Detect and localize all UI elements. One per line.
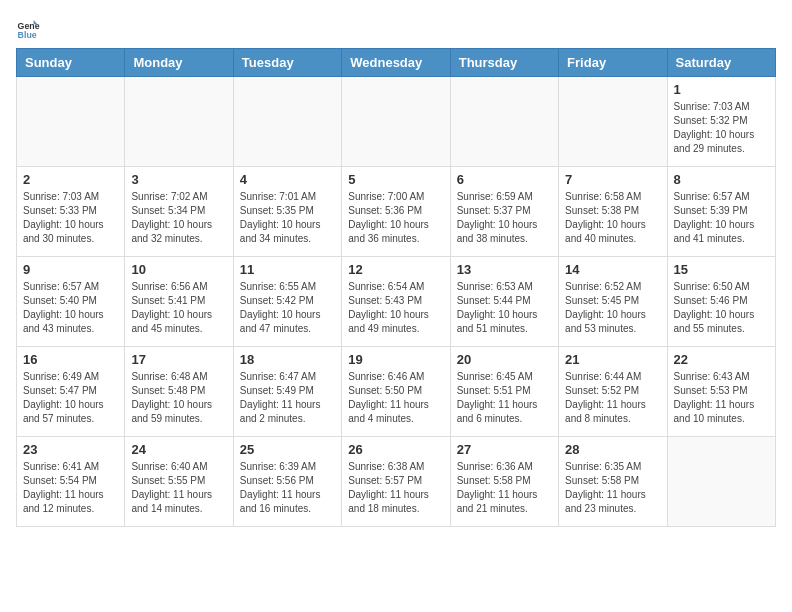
calendar-day-cell: 26Sunrise: 6:38 AM Sunset: 5:57 PM Dayli… bbox=[342, 437, 450, 527]
calendar-week-row: 23Sunrise: 6:41 AM Sunset: 5:54 PM Dayli… bbox=[17, 437, 776, 527]
day-number: 14 bbox=[565, 262, 660, 277]
weekday-header-sunday: Sunday bbox=[17, 49, 125, 77]
calendar-day-cell: 5Sunrise: 7:00 AM Sunset: 5:36 PM Daylig… bbox=[342, 167, 450, 257]
calendar-day-cell: 10Sunrise: 6:56 AM Sunset: 5:41 PM Dayli… bbox=[125, 257, 233, 347]
weekday-header-wednesday: Wednesday bbox=[342, 49, 450, 77]
day-number: 12 bbox=[348, 262, 443, 277]
day-number: 27 bbox=[457, 442, 552, 457]
svg-text:Blue: Blue bbox=[18, 30, 37, 40]
day-number: 18 bbox=[240, 352, 335, 367]
day-info: Sunrise: 6:43 AM Sunset: 5:53 PM Dayligh… bbox=[674, 370, 769, 426]
day-number: 1 bbox=[674, 82, 769, 97]
day-number: 3 bbox=[131, 172, 226, 187]
day-number: 28 bbox=[565, 442, 660, 457]
day-info: Sunrise: 6:44 AM Sunset: 5:52 PM Dayligh… bbox=[565, 370, 660, 426]
calendar-day-cell: 15Sunrise: 6:50 AM Sunset: 5:46 PM Dayli… bbox=[667, 257, 775, 347]
day-number: 15 bbox=[674, 262, 769, 277]
weekday-header-tuesday: Tuesday bbox=[233, 49, 341, 77]
day-info: Sunrise: 7:03 AM Sunset: 5:32 PM Dayligh… bbox=[674, 100, 769, 156]
calendar-week-row: 1Sunrise: 7:03 AM Sunset: 5:32 PM Daylig… bbox=[17, 77, 776, 167]
day-info: Sunrise: 6:57 AM Sunset: 5:39 PM Dayligh… bbox=[674, 190, 769, 246]
calendar-day-cell: 8Sunrise: 6:57 AM Sunset: 5:39 PM Daylig… bbox=[667, 167, 775, 257]
weekday-header-saturday: Saturday bbox=[667, 49, 775, 77]
calendar-day-cell: 12Sunrise: 6:54 AM Sunset: 5:43 PM Dayli… bbox=[342, 257, 450, 347]
day-number: 16 bbox=[23, 352, 118, 367]
calendar-day-cell: 20Sunrise: 6:45 AM Sunset: 5:51 PM Dayli… bbox=[450, 347, 558, 437]
day-info: Sunrise: 6:45 AM Sunset: 5:51 PM Dayligh… bbox=[457, 370, 552, 426]
calendar-day-cell: 2Sunrise: 7:03 AM Sunset: 5:33 PM Daylig… bbox=[17, 167, 125, 257]
calendar-day-cell: 14Sunrise: 6:52 AM Sunset: 5:45 PM Dayli… bbox=[559, 257, 667, 347]
day-number: 4 bbox=[240, 172, 335, 187]
day-info: Sunrise: 7:01 AM Sunset: 5:35 PM Dayligh… bbox=[240, 190, 335, 246]
day-info: Sunrise: 6:41 AM Sunset: 5:54 PM Dayligh… bbox=[23, 460, 118, 516]
day-info: Sunrise: 6:55 AM Sunset: 5:42 PM Dayligh… bbox=[240, 280, 335, 336]
calendar-day-cell: 18Sunrise: 6:47 AM Sunset: 5:49 PM Dayli… bbox=[233, 347, 341, 437]
calendar-day-cell bbox=[450, 77, 558, 167]
day-info: Sunrise: 6:47 AM Sunset: 5:49 PM Dayligh… bbox=[240, 370, 335, 426]
day-info: Sunrise: 6:35 AM Sunset: 5:58 PM Dayligh… bbox=[565, 460, 660, 516]
day-number: 25 bbox=[240, 442, 335, 457]
day-number: 10 bbox=[131, 262, 226, 277]
day-number: 6 bbox=[457, 172, 552, 187]
calendar-day-cell: 21Sunrise: 6:44 AM Sunset: 5:52 PM Dayli… bbox=[559, 347, 667, 437]
day-number: 26 bbox=[348, 442, 443, 457]
day-number: 5 bbox=[348, 172, 443, 187]
calendar-day-cell: 25Sunrise: 6:39 AM Sunset: 5:56 PM Dayli… bbox=[233, 437, 341, 527]
day-info: Sunrise: 6:58 AM Sunset: 5:38 PM Dayligh… bbox=[565, 190, 660, 246]
calendar-day-cell: 4Sunrise: 7:01 AM Sunset: 5:35 PM Daylig… bbox=[233, 167, 341, 257]
day-number: 21 bbox=[565, 352, 660, 367]
calendar-day-cell: 6Sunrise: 6:59 AM Sunset: 5:37 PM Daylig… bbox=[450, 167, 558, 257]
calendar-week-row: 2Sunrise: 7:03 AM Sunset: 5:33 PM Daylig… bbox=[17, 167, 776, 257]
day-info: Sunrise: 7:03 AM Sunset: 5:33 PM Dayligh… bbox=[23, 190, 118, 246]
calendar-day-cell: 16Sunrise: 6:49 AM Sunset: 5:47 PM Dayli… bbox=[17, 347, 125, 437]
day-info: Sunrise: 6:36 AM Sunset: 5:58 PM Dayligh… bbox=[457, 460, 552, 516]
calendar-day-cell bbox=[667, 437, 775, 527]
day-info: Sunrise: 6:52 AM Sunset: 5:45 PM Dayligh… bbox=[565, 280, 660, 336]
calendar-day-cell: 3Sunrise: 7:02 AM Sunset: 5:34 PM Daylig… bbox=[125, 167, 233, 257]
day-info: Sunrise: 6:46 AM Sunset: 5:50 PM Dayligh… bbox=[348, 370, 443, 426]
day-number: 11 bbox=[240, 262, 335, 277]
weekday-header-friday: Friday bbox=[559, 49, 667, 77]
logo: General Blue bbox=[16, 16, 44, 40]
weekday-header-row: SundayMondayTuesdayWednesdayThursdayFrid… bbox=[17, 49, 776, 77]
day-info: Sunrise: 7:00 AM Sunset: 5:36 PM Dayligh… bbox=[348, 190, 443, 246]
calendar-day-cell bbox=[17, 77, 125, 167]
day-info: Sunrise: 6:39 AM Sunset: 5:56 PM Dayligh… bbox=[240, 460, 335, 516]
page-header: General Blue bbox=[16, 16, 776, 40]
day-info: Sunrise: 6:49 AM Sunset: 5:47 PM Dayligh… bbox=[23, 370, 118, 426]
day-number: 8 bbox=[674, 172, 769, 187]
day-number: 2 bbox=[23, 172, 118, 187]
calendar-day-cell: 28Sunrise: 6:35 AM Sunset: 5:58 PM Dayli… bbox=[559, 437, 667, 527]
day-number: 7 bbox=[565, 172, 660, 187]
day-number: 22 bbox=[674, 352, 769, 367]
calendar-week-row: 16Sunrise: 6:49 AM Sunset: 5:47 PM Dayli… bbox=[17, 347, 776, 437]
day-number: 13 bbox=[457, 262, 552, 277]
calendar-day-cell: 22Sunrise: 6:43 AM Sunset: 5:53 PM Dayli… bbox=[667, 347, 775, 437]
calendar-day-cell: 19Sunrise: 6:46 AM Sunset: 5:50 PM Dayli… bbox=[342, 347, 450, 437]
weekday-header-thursday: Thursday bbox=[450, 49, 558, 77]
day-info: Sunrise: 6:40 AM Sunset: 5:55 PM Dayligh… bbox=[131, 460, 226, 516]
calendar-day-cell: 24Sunrise: 6:40 AM Sunset: 5:55 PM Dayli… bbox=[125, 437, 233, 527]
calendar-day-cell: 27Sunrise: 6:36 AM Sunset: 5:58 PM Dayli… bbox=[450, 437, 558, 527]
day-info: Sunrise: 6:38 AM Sunset: 5:57 PM Dayligh… bbox=[348, 460, 443, 516]
day-info: Sunrise: 6:59 AM Sunset: 5:37 PM Dayligh… bbox=[457, 190, 552, 246]
calendar-day-cell: 23Sunrise: 6:41 AM Sunset: 5:54 PM Dayli… bbox=[17, 437, 125, 527]
day-number: 17 bbox=[131, 352, 226, 367]
day-number: 23 bbox=[23, 442, 118, 457]
calendar-day-cell bbox=[233, 77, 341, 167]
weekday-header-monday: Monday bbox=[125, 49, 233, 77]
day-info: Sunrise: 6:48 AM Sunset: 5:48 PM Dayligh… bbox=[131, 370, 226, 426]
day-info: Sunrise: 6:56 AM Sunset: 5:41 PM Dayligh… bbox=[131, 280, 226, 336]
day-number: 20 bbox=[457, 352, 552, 367]
calendar-day-cell: 1Sunrise: 7:03 AM Sunset: 5:32 PM Daylig… bbox=[667, 77, 775, 167]
day-info: Sunrise: 6:50 AM Sunset: 5:46 PM Dayligh… bbox=[674, 280, 769, 336]
day-number: 9 bbox=[23, 262, 118, 277]
calendar-day-cell bbox=[559, 77, 667, 167]
calendar-table: SundayMondayTuesdayWednesdayThursdayFrid… bbox=[16, 48, 776, 527]
day-number: 24 bbox=[131, 442, 226, 457]
day-number: 19 bbox=[348, 352, 443, 367]
logo-icon: General Blue bbox=[16, 16, 40, 40]
calendar-week-row: 9Sunrise: 6:57 AM Sunset: 5:40 PM Daylig… bbox=[17, 257, 776, 347]
calendar-day-cell bbox=[342, 77, 450, 167]
calendar-day-cell: 9Sunrise: 6:57 AM Sunset: 5:40 PM Daylig… bbox=[17, 257, 125, 347]
